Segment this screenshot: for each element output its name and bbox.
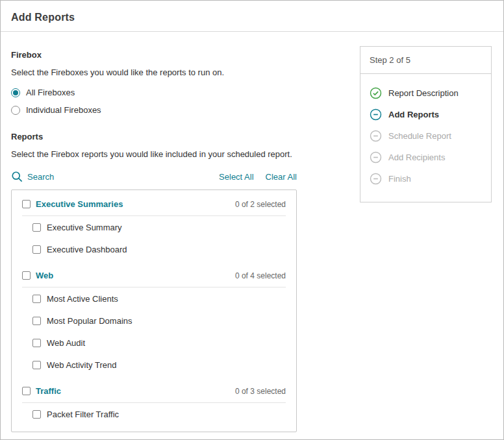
reports-description: Select the Firebox reports you would lik… — [11, 149, 297, 159]
wizard-steps: Report Description Add Reports — [360, 74, 491, 202]
search-toggle[interactable]: Search — [11, 171, 54, 183]
select-all-link[interactable]: Select All — [219, 172, 253, 182]
item-label: Most Popular Domains — [47, 316, 132, 326]
step-label: Report Description — [388, 88, 459, 98]
report-item[interactable]: Web Audit — [22, 332, 286, 354]
wizard-panel: Step 2 of 5 Report Description — [360, 46, 492, 202]
search-row: Search Select All Clear All — [11, 171, 297, 183]
radio-individual-fireboxes[interactable]: Individual Fireboxes — [11, 105, 297, 115]
search-label: Search — [27, 172, 54, 182]
step-finish: Finish — [370, 173, 482, 185]
reports-section: Reports Select the Firebox reports you w… — [11, 132, 297, 432]
item-label: Most Active Clients — [47, 294, 118, 304]
item-checkbox — [32, 295, 41, 303]
current-step-icon — [370, 108, 382, 121]
group-selected-count: 0 of 2 selected — [235, 200, 286, 209]
form-column: Firebox Select the Fireboxes you would l… — [11, 32, 297, 440]
step-report-description: Report Description — [370, 87, 482, 99]
step-add-reports: Add Reports — [370, 108, 482, 121]
radio-individual-fireboxes-label: Individual Fireboxes — [26, 105, 101, 115]
group-header[interactable]: Web 0 of 4 selected — [22, 264, 286, 287]
group-name[interactable]: Web — [36, 271, 53, 280]
pending-step-icon — [370, 173, 382, 185]
group-header[interactable]: Traffic 0 of 3 selected — [22, 380, 286, 403]
item-label: Executive Dashboard — [47, 245, 127, 254]
report-group-traffic: Traffic 0 of 3 selected Packet Filter Tr… — [12, 380, 296, 425]
radio-selected-icon — [11, 88, 20, 97]
firebox-description: Select the Fireboxes you would like the … — [11, 67, 297, 77]
main-content: Firebox Select the Fireboxes you would l… — [1, 32, 503, 440]
reports-heading: Reports — [11, 132, 297, 141]
pending-step-icon — [370, 151, 382, 164]
item-checkbox — [32, 361, 41, 369]
radio-all-fireboxes-label: All Fireboxes — [26, 88, 75, 97]
radio-unselected-icon — [11, 106, 20, 115]
report-group-executive-summaries: Executive Summaries 0 of 2 selected Exec… — [12, 193, 296, 260]
step-label: Add Reports — [388, 110, 439, 119]
group-checkbox[interactable] — [22, 387, 31, 395]
item-checkbox — [32, 223, 41, 232]
group-selected-count: 0 of 4 selected — [235, 271, 286, 280]
item-label: Executive Summary — [47, 223, 122, 232]
report-item[interactable]: Packet Filter Traffic — [22, 403, 286, 425]
check-circle-icon — [370, 87, 382, 99]
step-label: Schedule Report — [388, 131, 451, 141]
report-list: Executive Summaries 0 of 2 selected Exec… — [11, 189, 297, 432]
report-item[interactable]: Executive Dashboard — [22, 238, 286, 260]
group-name[interactable]: Traffic — [36, 386, 61, 396]
search-icon — [11, 171, 23, 183]
page-title: Add Reports — [11, 12, 493, 23]
group-header[interactable]: Executive Summaries 0 of 2 selected — [22, 193, 286, 216]
group-checkbox[interactable] — [22, 200, 31, 208]
group-name[interactable]: Executive Summaries — [36, 199, 123, 209]
item-checkbox — [32, 410, 41, 419]
step-label: Finish — [388, 174, 411, 184]
radio-all-fireboxes[interactable]: All Fireboxes — [11, 88, 297, 97]
item-checkbox — [32, 317, 41, 325]
bulk-select-links: Select All Clear All — [219, 172, 297, 182]
item-checkbox — [32, 339, 41, 347]
clear-all-link[interactable]: Clear All — [266, 172, 297, 182]
pending-step-icon — [370, 130, 382, 142]
step-schedule-report: Schedule Report — [370, 130, 482, 142]
report-group-web: Web 0 of 4 selected Most Active Clients … — [12, 264, 296, 376]
step-add-recipients: Add Recipients — [370, 151, 482, 164]
report-item[interactable]: Web Activity Trend — [22, 354, 286, 376]
step-label: Add Recipients — [388, 153, 445, 162]
page-header: Add Reports — [1, 1, 503, 31]
item-label: Packet Filter Traffic — [47, 409, 119, 419]
report-item[interactable]: Most Active Clients — [22, 287, 286, 310]
report-item[interactable]: Executive Summary — [22, 216, 286, 238]
group-checkbox[interactable] — [22, 271, 31, 280]
item-label: Web Activity Trend — [47, 360, 116, 370]
wizard-step-header: Step 2 of 5 — [360, 47, 491, 74]
wizard-column: Step 2 of 5 Report Description — [360, 46, 492, 202]
firebox-heading: Firebox — [11, 50, 297, 60]
group-selected-count: 0 of 3 selected — [235, 387, 286, 396]
add-reports-page: Add Reports Firebox Select the Fireboxes… — [0, 0, 504, 440]
report-item[interactable]: Most Popular Domains — [22, 310, 286, 332]
item-checkbox — [32, 245, 41, 254]
item-label: Web Audit — [47, 338, 85, 348]
